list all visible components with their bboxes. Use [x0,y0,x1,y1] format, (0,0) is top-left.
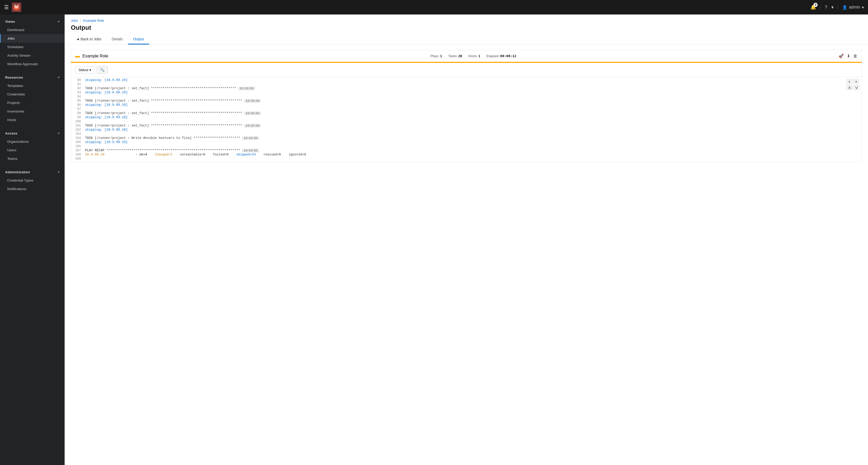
chevron-down-icon: ▾ [58,20,59,23]
output-log[interactable]: ∧ ∨ ⋀ ⋁ 90skipping: [10.9.99.10]91 92TAS… [71,77,862,162]
log-line-number: 103 [71,132,84,136]
log-row: 105skipping: [10.9.99.10] [71,140,841,144]
scroll-controls: ∧ ∨ ⋀ ⋁ [846,79,860,90]
sidebar-item-workflow-approvals[interactable]: Workflow Approvals [0,60,65,68]
sidebar-item-organizations[interactable]: Organizations [0,137,65,146]
sidebar-section-administration: Administration ▾ Credential Types Notifi… [0,165,65,195]
log-line-content: skipping: [10.9.99.10] [84,78,841,82]
sidebar-item-schedules[interactable]: Schedules [0,43,65,51]
output-controls: Stdout ▾ 🔍 [71,63,862,77]
tasks-label: Tasks [448,54,457,58]
job-title: ▬ Example Role [75,53,108,59]
job-actions: 🚀 ⬇ 🗑 [839,54,858,58]
log-line-number: 102 [71,128,84,132]
log-line-number: 95 [71,99,84,103]
download-button[interactable]: ⬇ [847,54,850,58]
log-line-content [84,119,841,124]
tab-back-to-jobs[interactable]: ◄ Back to Jobs [71,34,106,45]
log-line-number: 109 [71,157,84,161]
log-timestamp: 13:23:52 [242,136,259,140]
elapsed-label: Elapsed [487,54,499,58]
log-row: 107PLAY RECAP **************************… [71,148,841,153]
log-row: 99skipping: [10.9.99.10] [71,115,841,119]
sidebar-item-dashboard[interactable]: Dashboard [0,26,65,34]
logo-image [12,3,21,12]
svg-point-8 [15,5,16,6]
job-elapsed: Elapsed 00:00:12 [487,54,517,58]
svg-rect-4 [16,6,17,8]
help-dropdown-icon[interactable]: ▾ [831,4,834,10]
delete-button[interactable]: 🗑 [853,54,858,58]
user-menu[interactable]: 👤 admin ▾ [842,5,864,10]
breadcrumb-jobs[interactable]: Jobs [71,19,78,23]
sidebar-item-teams[interactable]: Teams [0,154,65,163]
log-row: 106 [71,144,841,148]
log-line-content: TASK [/runner/project : set_fact] ******… [84,86,841,90]
sidebar-item-inventories[interactable]: Inventories [0,107,65,116]
sidebar-item-hosts[interactable]: Hosts [0,116,65,124]
help-icon[interactable]: ? [825,5,827,10]
sidebar-item-activity-stream[interactable]: Activity Stream [0,51,65,60]
log-row: 92TASK [/runner/project : set_fact] ****… [71,86,841,90]
sidebar-section-resources-header[interactable]: Resources ▾ [0,72,65,82]
hosts-value: 1 [478,54,480,58]
sidebar-section-administration-header[interactable]: Administration ▾ [0,167,65,176]
sidebar-section-views-header[interactable]: Views ▾ [0,17,65,26]
log-line-content: TASK [/runner/project : set_fact] ******… [84,99,841,103]
tab-output[interactable]: Output [128,34,149,45]
job-status-icon: ▬ [75,53,80,59]
log-row: 100 [71,119,841,124]
plays-value: 1 [440,54,442,58]
rocket-button[interactable]: 🚀 [839,54,844,58]
svg-rect-5 [17,6,18,8]
stdout-select[interactable]: Stdout ▾ [75,66,95,74]
log-row: 101TASK [/runner/project : set_fact] ***… [71,124,841,128]
scroll-up-button[interactable]: ∧ [846,79,852,84]
search-button[interactable]: 🔍 [97,66,108,74]
stdout-label: Stdout [79,68,88,72]
log-row: 95TASK [/runner/project : set_fact] ****… [71,99,841,103]
hamburger-menu[interactable]: ☰ [4,4,9,10]
log-line-number: 94 [71,95,84,99]
breadcrumb-current[interactable]: Example Role [83,19,104,23]
log-row: 91 [71,82,841,86]
user-dropdown-icon[interactable]: ▾ [862,5,864,10]
log-row: 98TASK [/runner/project : set_fact] ****… [71,111,841,115]
log-line-content: TASK [/runner/project : set_fact] ******… [84,111,841,115]
log-line-number: 106 [71,144,84,148]
sidebar-item-projects[interactable]: Projects [0,98,65,107]
sidebar-item-notifications[interactable]: Notifications [0,185,65,193]
log-line-content: TASK [/runner/project : Write Ansible ho… [84,136,841,140]
chevron-down-icon: ▾ [58,76,59,79]
log-timestamp: 13:23:52 [244,112,261,115]
log-line-number: 97 [71,107,84,111]
sidebar-item-jobs[interactable]: Jobs [0,34,65,43]
tasks-value: 28 [458,54,462,58]
log-line-content [84,82,841,86]
sidebar-section-access-header[interactable]: Access ▾ [0,128,65,137]
sidebar-item-users[interactable]: Users [0,146,65,154]
sidebar-item-credentials[interactable]: Credentials [0,90,65,98]
svg-rect-3 [15,6,16,8]
sidebar: Views ▾ Dashboard Jobs Schedules Activit… [0,14,65,465]
scroll-top-button[interactable]: ⋀ [846,85,852,90]
log-line-number: 99 [71,115,84,119]
tab-details[interactable]: Details [106,34,128,45]
log-row: 94 [71,95,841,99]
user-icon: 👤 [842,5,847,10]
log-row: 96skipping: [10.9.99.10] [71,103,841,107]
log-line-number: 92 [71,86,84,90]
sidebar-item-templates[interactable]: Templates [0,82,65,90]
sidebar-item-credential-types[interactable]: Credential Types [0,176,65,185]
breadcrumb: Jobs › Example Role [71,19,862,23]
scroll-bottom-button[interactable]: ⋁ [854,85,860,90]
log-timestamp: 13:23:52 [242,149,259,152]
log-line-number: 96 [71,103,84,107]
notifications-icon[interactable]: 🔔 0 [810,4,816,10]
hosts-label: Hosts [468,54,477,58]
log-timestamp: 13:23:52 [244,99,261,103]
scroll-down-button[interactable]: ∨ [853,79,859,84]
log-line-number: 108 [71,153,84,157]
log-line-number: 91 [71,82,84,86]
tabs: ◄ Back to Jobs Details Output [71,34,862,45]
